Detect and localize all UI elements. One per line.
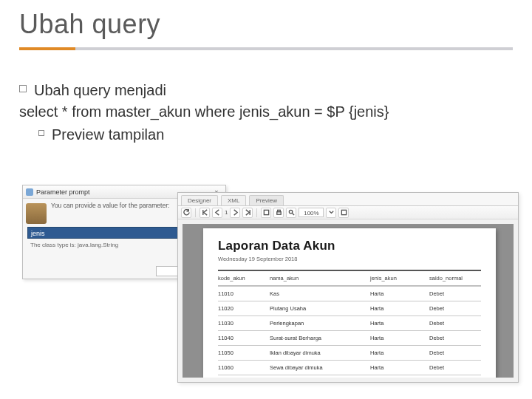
slide-body: Ubah query menjadi select * from master_… <box>19 80 513 146</box>
cell-jenis: Harta <box>370 290 429 297</box>
export-icon[interactable] <box>261 208 271 218</box>
screenshots-area: Parameter prompt × You can provide a val… <box>22 185 510 384</box>
cell-kode: 11030 <box>218 320 270 327</box>
table-row: 11060Sewa dibayar dimukaHartaDebet <box>218 360 481 375</box>
dialog-main-icon <box>26 203 47 224</box>
bullet-2-text: Preview tampilan <box>52 124 164 146</box>
prev-page-icon[interactable] <box>212 208 222 218</box>
cell-kode: 11010 <box>218 290 270 297</box>
zoom-dropdown-icon[interactable] <box>326 208 336 218</box>
col-header: nama_akun <box>270 275 370 282</box>
bullet-icon <box>19 85 27 92</box>
dialog-message: You can provide a value for the paramete… <box>51 202 169 224</box>
report-date: Wednesday 19 September 2018 <box>218 256 481 262</box>
tab-preview[interactable]: Preview <box>249 195 283 205</box>
fit-page-icon[interactable] <box>338 208 349 218</box>
cell-nama: Perlengkapan <box>270 320 370 327</box>
report-title: Laporan Data Akun <box>218 239 481 253</box>
cell-jenis: Harta <box>370 364 429 371</box>
tab-xml[interactable]: XML <box>221 195 246 205</box>
cell-nama: Sewa dibayar dimuka <box>270 364 370 371</box>
cell-kode: 11050 <box>218 349 270 356</box>
table-row: 12010TanahHartaDebet <box>218 375 481 378</box>
col-header: jenis_akun <box>370 275 429 282</box>
cell-nama: Piutang Usaha <box>270 305 370 312</box>
cell-nama: Surat-surat Berharga <box>270 335 370 341</box>
page-indicator: 1 <box>225 209 228 216</box>
table-header-row: kode_akun nama_akun jenis_akun saldo_nor… <box>218 270 481 286</box>
print-icon[interactable] <box>273 208 284 218</box>
svg-rect-4 <box>341 210 346 214</box>
cell-kode: 11020 <box>218 305 270 312</box>
bullet-1-text: Ubah query menjadi <box>34 80 166 101</box>
preview-toolbar: 1 100% <box>178 206 518 219</box>
zoom-icon[interactable] <box>286 208 296 218</box>
table-row: 11010KasHartaDebet <box>218 286 481 301</box>
cell-saldo: Debet <box>429 290 481 297</box>
table-row: 11020Piutang UsahaHartaDebet <box>218 301 481 316</box>
report-table: kode_akun nama_akun jenis_akun saldo_nor… <box>218 270 481 378</box>
title-underline <box>19 47 513 50</box>
cell-kode: 11040 <box>218 335 270 341</box>
col-header: saldo_normal <box>429 275 481 282</box>
refresh-icon[interactable] <box>181 208 191 218</box>
query-line: select * from master_akun where jenis_ak… <box>19 101 513 123</box>
table-row: 11050Iklan dibayar dimukaHartaDebet <box>218 345 481 360</box>
col-header: kode_akun <box>218 275 270 282</box>
cell-saldo: Debet <box>429 364 481 371</box>
cell-saldo: Debet <box>429 320 481 327</box>
subbullet-icon <box>38 130 44 136</box>
report-page: Laporan Data Akun Wednesday 19 September… <box>203 228 496 378</box>
tab-designer[interactable]: Designer <box>181 195 218 205</box>
cell-jenis: Harta <box>370 335 429 341</box>
cell-saldo: Debet <box>429 349 481 356</box>
slide-root: Ubah query Ubah query menjadi select * f… <box>0 0 532 399</box>
cell-jenis: Harta <box>370 349 429 356</box>
cell-nama: Kas <box>270 290 370 297</box>
first-page-icon[interactable] <box>200 208 210 218</box>
cell-saldo: Debet <box>429 335 481 341</box>
svg-rect-0 <box>264 210 268 214</box>
preview-tabs: Designer XML Preview <box>178 193 518 206</box>
cell-jenis: Harta <box>370 320 429 327</box>
zoom-level[interactable]: 100% <box>299 208 324 217</box>
svg-point-3 <box>289 210 293 214</box>
next-page-icon[interactable] <box>230 208 240 218</box>
last-page-icon[interactable] <box>242 208 253 218</box>
cell-nama: Iklan dibayar dimuka <box>270 349 370 356</box>
slide-title: Ubah query <box>19 9 513 40</box>
cell-kode: 11060 <box>218 364 270 371</box>
preview-canvas: Laporan Data Akun Wednesday 19 September… <box>183 224 514 378</box>
cell-jenis: Harta <box>370 305 429 312</box>
dialog-app-icon <box>26 188 33 196</box>
table-row: 11030PerlengkapanHartaDebet <box>218 316 481 330</box>
report-preview-window: Designer XML Preview 1 100% <box>177 192 519 383</box>
table-row: 11040Surat-surat BerhargaHartaDebet <box>218 330 481 345</box>
cell-saldo: Debet <box>429 305 481 312</box>
svg-rect-2 <box>278 210 281 211</box>
